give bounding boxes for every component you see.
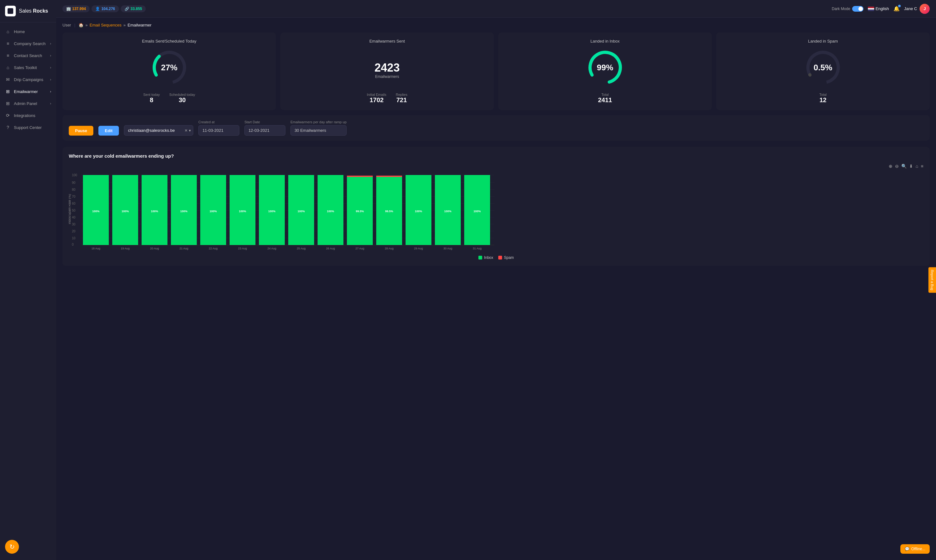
sidebar-item-integrations[interactable]: ⟳ Integrations	[0, 109, 56, 122]
email-select[interactable]: christiaan@salesrocks.be	[124, 125, 193, 135]
sent-today-value: 8	[150, 97, 153, 103]
chevron-right-icon-6: ›	[50, 102, 51, 105]
chat-button[interactable]: ↻	[5, 540, 19, 554]
stat-badge-2: 👤 104.276	[91, 5, 119, 12]
zoom-in-icon[interactable]: ⊕	[889, 164, 893, 169]
svg-text:100%: 100%	[92, 210, 99, 213]
sidebar-item-sales-toolkit[interactable]: ⌂ Sales Toolkit ›	[0, 62, 56, 74]
svg-text:Inbox/Spam Rate (%): Inbox/Spam Rate (%)	[69, 194, 71, 224]
sidebar-item-admin-panel[interactable]: ⊞ Admin Panel ›	[0, 97, 56, 109]
integrations-icon: ⟳	[5, 113, 11, 118]
breadcrumb-root: User	[62, 23, 71, 28]
language-selector[interactable]: English	[868, 6, 889, 11]
sidebar: Sales Rocks ⌂ Home ≡ Company Search › ≡ …	[0, 0, 56, 560]
chevron-right-icon-3: ›	[50, 66, 51, 69]
start-date-value: 12-03-2021	[245, 125, 285, 135]
svg-text:99.5%: 99.5%	[356, 210, 364, 213]
svg-text:99.5%: 99.5%	[385, 210, 393, 213]
pause-button[interactable]: Pause	[69, 126, 93, 135]
svg-text:0: 0	[72, 243, 74, 246]
support-icon: ?	[5, 125, 11, 130]
chevron-right-icon-2: ›	[50, 54, 51, 57]
inbox-total-value: 2411	[598, 97, 612, 103]
svg-text:100: 100	[72, 174, 77, 177]
user-info: Jane C J	[904, 4, 930, 14]
dark-mode-label: Dark Mode	[831, 7, 850, 11]
svg-text:28 Aug: 28 Aug	[385, 247, 394, 250]
home-icon: ⌂	[5, 29, 11, 34]
created-at-field: Created at 11-03-2021	[199, 120, 239, 135]
svg-text:29 Aug: 29 Aug	[414, 247, 423, 250]
svg-text:100%: 100%	[151, 210, 158, 213]
svg-text:30: 30	[72, 223, 76, 226]
search-icon[interactable]: 🔍	[901, 164, 907, 169]
svg-text:60: 60	[72, 202, 76, 205]
scheduled-today-label: Scheduled today	[169, 93, 195, 97]
card-warmers-bottom: Initial Emails 1702 Replies 721	[367, 93, 407, 104]
breadcrumb-level1[interactable]: Email Sequences	[89, 23, 122, 28]
notifications-bell[interactable]: 🔔	[893, 6, 900, 12]
content-area: User | 🏠 » Email Sequences » Emailwarmer…	[56, 18, 936, 560]
report-bug-button[interactable]: Report a Bug	[928, 268, 936, 293]
svg-text:100%: 100%	[209, 210, 217, 213]
stat-value-3: 33.855	[131, 7, 142, 11]
close-icon: ✕	[185, 128, 188, 133]
chevron-right-icon: ›	[50, 42, 51, 45]
sidebar-item-company-search[interactable]: ≡ Company Search ›	[0, 37, 56, 49]
svg-text:80: 80	[72, 188, 76, 191]
initial-emails-value: 1702	[369, 97, 384, 103]
sidebar-item-emailwarmer-label: Emailwarmer	[14, 89, 38, 94]
email-select-wrap: christiaan@salesrocks.be ✕ ▾	[124, 125, 193, 135]
sidebar-item-contact-search[interactable]: ≡ Contact Search ›	[0, 49, 56, 62]
card-spam-bottom: Total 12	[819, 93, 827, 104]
sidebar-item-emailwarmer[interactable]: ⊞ Emailwarmer ›	[0, 85, 56, 97]
link-icon: 🔗	[125, 7, 129, 11]
chevron-down-icon: ▾	[189, 128, 191, 133]
card-warmers-title: Emailwarmers Sent	[369, 39, 405, 43]
svg-text:24 Aug: 24 Aug	[268, 247, 276, 250]
svg-text:100%: 100%	[327, 210, 334, 213]
zoom-out-icon[interactable]: ⊖	[895, 164, 899, 169]
breadcrumb-current: Emailwarmer	[128, 23, 151, 28]
spam-total-value: 12	[819, 97, 826, 103]
topbar-stats: 🏢 137.994 👤 104.276 🔗 33.855	[62, 5, 146, 12]
replies-value: 721	[396, 97, 407, 103]
home-chart-icon[interactable]: ⌂	[916, 164, 918, 169]
svg-text:23 Aug: 23 Aug	[238, 247, 247, 250]
sidebar-item-home[interactable]: ⌂ Home	[0, 26, 56, 37]
chat-icon: ↻	[9, 543, 15, 551]
edit-button[interactable]: Edit	[99, 126, 119, 135]
gauge-spam: 0.5%	[804, 49, 842, 86]
svg-text:10: 10	[72, 237, 76, 240]
svg-text:21 Aug: 21 Aug	[179, 247, 188, 250]
stat-value-1: 137.994	[72, 7, 86, 11]
per-day-value: 30 Emailwarmers	[291, 125, 346, 135]
initial-emails-item: Initial Emails 1702	[367, 93, 386, 104]
stat-value-2: 104.276	[101, 7, 115, 11]
sidebar-item-drip-campaigns[interactable]: ✉ Drip Campaigns ›	[0, 74, 56, 85]
big-number-value: 2423	[374, 61, 400, 74]
menu-icon[interactable]: ≡	[921, 164, 924, 169]
offline-label: Offline...	[911, 547, 925, 551]
svg-text:50: 50	[72, 209, 76, 212]
initial-emails-label: Initial Emails	[367, 93, 386, 97]
scheduled-today-item: Scheduled today 30	[169, 93, 195, 104]
sidebar-item-toolkit-label: Sales Toolkit	[14, 65, 37, 70]
card-spam: Landed in Spam 0.5% Total 12	[716, 32, 930, 110]
sidebar-item-home-label: Home	[14, 29, 25, 34]
created-at-value: 11-03-2021	[199, 125, 239, 135]
user-avatar[interactable]: J	[920, 4, 930, 14]
breadcrumb: User | 🏠 » Email Sequences » Emailwarmer	[62, 23, 930, 28]
svg-text:100%: 100%	[444, 210, 451, 213]
breadcrumb-sep-2: »	[123, 23, 126, 28]
dark-mode-toggle[interactable]: Dark Mode	[831, 6, 864, 12]
sidebar-item-support[interactable]: ? Support Center	[0, 122, 56, 133]
card-spam-title: Landed in Spam	[808, 39, 838, 43]
legend-spam: Spam	[498, 255, 514, 260]
toggle-switch[interactable]	[852, 6, 864, 12]
admin-icon: ⊞	[5, 101, 11, 106]
offline-icon: 💬	[905, 547, 910, 551]
download-icon[interactable]: ⬇	[909, 164, 913, 169]
svg-point-4	[802, 47, 844, 88]
stat-badge-3: 🔗 33.855	[121, 5, 146, 12]
